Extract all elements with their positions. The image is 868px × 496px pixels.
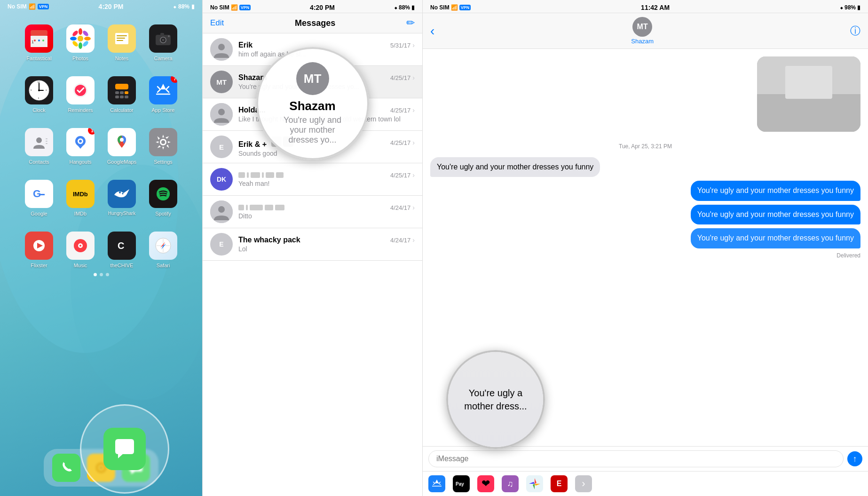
- chat-nav: ‹ MT Shazam ⓘ: [423, 13, 868, 49]
- app-hungryshark[interactable]: HungryShark: [101, 176, 142, 228]
- compose-button[interactable]: ✏: [406, 17, 415, 29]
- avatar: [210, 103, 233, 126]
- svg-rect-104: [757, 94, 860, 132]
- message-time: 4/25/17: [390, 74, 410, 81]
- notes-label: Notes: [115, 56, 129, 61]
- svg-point-10: [70, 37, 77, 40]
- app-reminders[interactable]: Reminders: [60, 72, 101, 124]
- app-appstore[interactable]: 7 App Store: [142, 72, 184, 124]
- svg-marker-110: [533, 484, 535, 489]
- app-music[interactable]: Music: [60, 228, 101, 268]
- msg-wifi: 📶: [231, 4, 238, 11]
- bottom-pinwheel-icon[interactable]: [526, 475, 543, 492]
- list-item[interactable]: E The whacky pack 4/24/17 › Lol: [203, 228, 422, 261]
- magnifier-messages-icon: [103, 428, 146, 470]
- thechive-label: theCHIVE: [110, 263, 134, 268]
- info-button[interactable]: ⓘ: [850, 24, 860, 38]
- back-button[interactable]: ‹: [430, 24, 434, 39]
- send-button[interactable]: ↑: [847, 451, 862, 466]
- message-time: 4/24/17: [390, 237, 410, 244]
- bottom-applepay-icon[interactable]: Pay: [453, 475, 470, 492]
- app-hangouts[interactable]: 1 Hangouts: [60, 124, 101, 176]
- wifi-icon: 📶: [29, 3, 36, 10]
- svg-marker-112: [535, 484, 540, 486]
- flixster-label: Flixster: [31, 263, 47, 268]
- chevron-right-icon: ›: [412, 204, 415, 211]
- magnifier-chat: You're ugly amother dress...: [446, 350, 545, 449]
- chat-panel: No SIM 📶 VPN 11:42 AM ⬥ 98% ▮ ‹ MT Shaza…: [422, 0, 868, 496]
- chat-battery-icon: ▮: [857, 4, 860, 11]
- list-item[interactable]: 4/24/17 › Ditto: [203, 196, 422, 228]
- chat-photo: [757, 56, 860, 132]
- svg-rect-42: [115, 91, 119, 94]
- app-settings[interactable]: Settings: [142, 124, 184, 176]
- chat-timestamp: Tue, Apr 25, 3:21 PM: [430, 143, 860, 150]
- chat-status-right: ⬥ 98% ▮: [840, 4, 860, 11]
- app-googlemaps[interactable]: GoogleMaps: [101, 124, 142, 176]
- msg-carrier: No SIM: [210, 4, 229, 11]
- app-grid: 1 Fantastical Photos: [0, 11, 202, 273]
- clock-label: Clock: [32, 107, 46, 113]
- svg-point-79: [79, 245, 81, 247]
- app-fantastical[interactable]: 1 Fantastical: [18, 21, 60, 72]
- bottom-music-icon[interactable]: ♫: [502, 475, 519, 492]
- app-clock[interactable]: 12369 Clock: [18, 72, 60, 124]
- app-flixster[interactable]: Flixster: [18, 228, 60, 268]
- app-google[interactable]: G Google: [18, 176, 60, 228]
- svg-point-72: [157, 187, 170, 200]
- bottom-heart-icon[interactable]: ❤: [477, 475, 494, 492]
- app-spotify[interactable]: Spotify: [142, 176, 184, 228]
- message-header: Erik 5/31/17 ›: [238, 41, 415, 49]
- list-item[interactable]: DK 4/25/17 › Yeah man: [203, 163, 422, 196]
- magnifier-messages: MT Shazam You're ugly andyour motherdres…: [256, 47, 369, 160]
- app-photos[interactable]: Photos: [60, 21, 101, 72]
- contacts-label: Contacts: [29, 159, 49, 165]
- chat-status-left: No SIM 📶 VPN: [430, 4, 471, 11]
- home-time: 4:20 PM: [99, 3, 124, 10]
- svg-text:G: G: [33, 188, 41, 200]
- svg-point-58: [79, 140, 82, 143]
- appstore-label: App Store: [152, 107, 175, 113]
- edit-button[interactable]: Edit: [210, 18, 224, 28]
- carrier-label: No SIM: [8, 3, 27, 10]
- chat-battery: 98%: [844, 4, 856, 11]
- msg-status-right: ⬥ 88% ▮: [394, 4, 415, 11]
- app-calculator[interactable]: Calculator: [101, 72, 142, 124]
- dock-phone[interactable]: [52, 454, 80, 482]
- magnifier-home: [80, 404, 169, 494]
- app-contacts[interactable]: Contacts: [18, 124, 60, 176]
- spotify-label: Spotify: [155, 211, 171, 216]
- vpn-badge: VPN: [38, 4, 49, 9]
- svg-rect-45: [115, 96, 119, 98]
- bottom-appstore-icon[interactable]: [428, 475, 445, 492]
- hangouts-label: Hangouts: [69, 159, 91, 165]
- svg-rect-0: [31, 30, 47, 36]
- messages-nav: Edit Messages ✏: [203, 13, 422, 33]
- app-safari[interactable]: Safari: [142, 228, 184, 268]
- bottom-more-icon[interactable]: ›: [575, 475, 592, 492]
- chevron-right-icon: ›: [412, 106, 415, 114]
- svg-point-4: [34, 40, 36, 41]
- app-camera[interactable]: Camera: [142, 21, 184, 72]
- bubble-sent: You're ugly and your mother dresses you …: [691, 205, 860, 224]
- photos-label: Photos: [72, 56, 88, 61]
- svg-point-9: [79, 42, 82, 49]
- bubble-sent: You're ugly and your mother dresses you …: [691, 228, 860, 248]
- hungryshark-label: HungryShark: [108, 211, 135, 216]
- app-thechive[interactable]: C theCHIVE: [101, 228, 142, 268]
- svg-point-101: [218, 206, 225, 213]
- bottom-espn-icon[interactable]: E: [551, 475, 568, 492]
- message-header: The whacky pack 4/24/17 ›: [238, 236, 415, 244]
- camera-label: Camera: [154, 56, 172, 61]
- message-input[interactable]: [428, 450, 844, 467]
- chat-input-area: ↑: [423, 446, 868, 471]
- svg-rect-47: [125, 96, 128, 98]
- avatar: E: [210, 233, 233, 256]
- home-status-left: No SIM 📶 VPN: [8, 3, 49, 10]
- app-imdb[interactable]: IMDb IMDb: [60, 176, 101, 228]
- app-notes[interactable]: Notes: [101, 21, 142, 72]
- chevron-right-icon: ›: [412, 171, 415, 179]
- svg-rect-43: [120, 91, 124, 94]
- message-header: 4/25/17 ›: [238, 171, 415, 179]
- svg-rect-20: [117, 38, 125, 39]
